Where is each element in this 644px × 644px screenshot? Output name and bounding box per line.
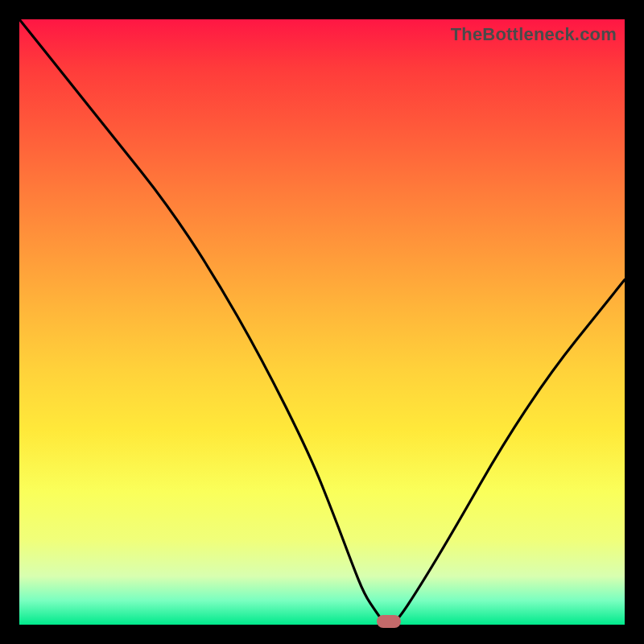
chart-canvas: TheBottleneck.com [0, 0, 644, 644]
bottleneck-curve [19, 19, 625, 625]
optimum-marker [377, 615, 401, 628]
plot-area: TheBottleneck.com [19, 19, 625, 625]
